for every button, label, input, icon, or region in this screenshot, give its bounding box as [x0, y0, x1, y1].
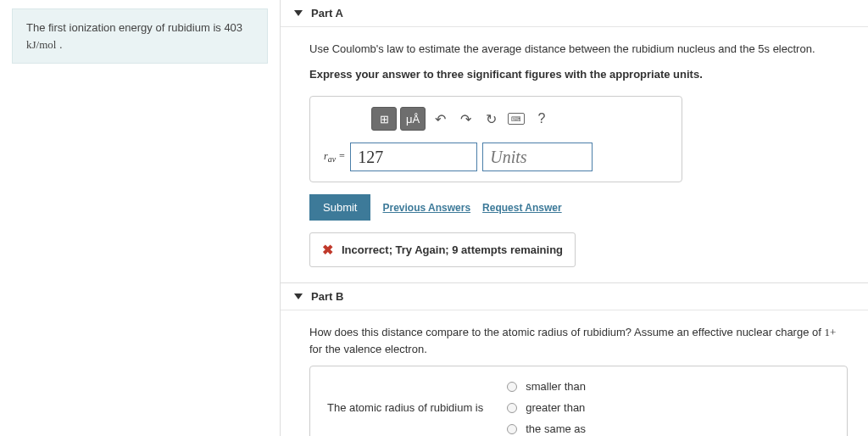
option-greater[interactable]: greater than	[507, 401, 586, 414]
value-input[interactable]	[350, 143, 477, 171]
info-unit: kJ/mol	[26, 38, 56, 51]
lead-text: The atomic radius of rubidium is	[327, 401, 483, 414]
info-text: The first ionization energy of rubidium …	[26, 21, 242, 34]
part-a-express: Express your answer to three significant…	[309, 66, 848, 83]
help-icon[interactable]: ?	[531, 107, 553, 131]
templates-button[interactable]: ⊞	[371, 107, 397, 131]
part-b-answer-box: The atomic radius of rubidium is smaller…	[309, 366, 848, 436]
option-smaller[interactable]: smaller than	[507, 380, 586, 393]
request-answer-link[interactable]: Request Answer	[482, 202, 562, 214]
radio-greater[interactable]	[507, 403, 517, 413]
info-text-end: .	[56, 38, 62, 51]
submit-button[interactable]: Submit	[309, 194, 370, 221]
variable-label: rav =	[324, 150, 345, 164]
part-a-header[interactable]: Part A	[281, 0, 868, 27]
radio-options: smaller than greater than the same as	[507, 380, 586, 435]
radio-smaller[interactable]	[507, 382, 517, 392]
caret-down-icon	[294, 10, 303, 16]
reset-icon[interactable]: ↻	[480, 107, 502, 131]
answer-box: ⊞ μÅ ↶ ↷ ↻ ⌨ ? rav =	[309, 96, 682, 182]
answer-toolbar: ⊞ μÅ ↶ ↷ ↻ ⌨ ?	[371, 107, 668, 131]
part-a-instruction: Use Coulomb's law to estimate the averag…	[309, 41, 848, 58]
part-b-instruction: How does this distance compare to the at…	[309, 324, 848, 357]
redo-icon[interactable]: ↷	[454, 107, 476, 131]
part-a-title: Part A	[311, 7, 343, 20]
part-b-title: Part B	[311, 290, 343, 303]
units-input[interactable]	[482, 143, 593, 171]
option-same[interactable]: the same as	[507, 422, 586, 435]
problem-info-box: The first ionization energy of rubidium …	[12, 8, 268, 64]
part-b-header[interactable]: Part B	[281, 283, 868, 310]
keyboard-icon[interactable]: ⌨	[505, 107, 527, 131]
units-picker-button[interactable]: μÅ	[400, 107, 426, 131]
feedback-text: Incorrect; Try Again; 9 attempts remaini…	[342, 243, 563, 256]
caret-down-icon	[294, 293, 303, 299]
radio-same[interactable]	[507, 424, 517, 434]
undo-icon[interactable]: ↶	[429, 107, 451, 131]
feedback-box: ✖ Incorrect; Try Again; 9 attempts remai…	[309, 232, 576, 267]
incorrect-icon: ✖	[322, 242, 333, 258]
previous-answers-link[interactable]: Previous Answers	[382, 202, 470, 214]
